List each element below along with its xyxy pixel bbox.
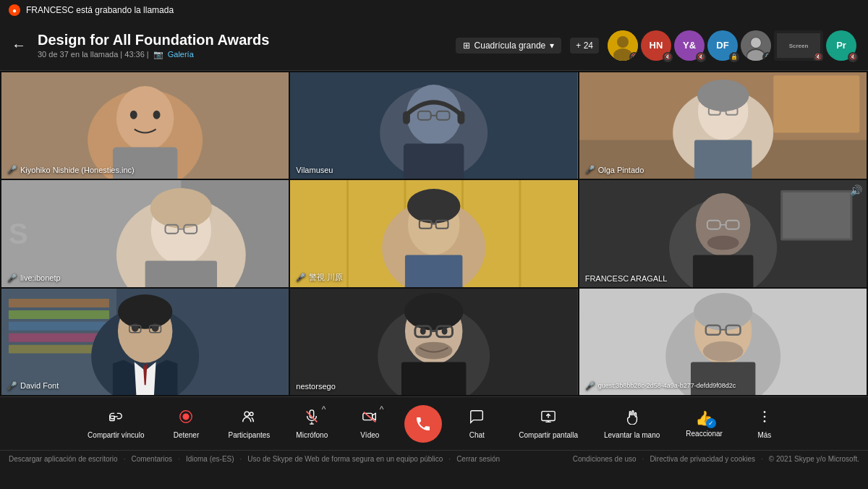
raise-hand-label: Levantar la mano	[604, 431, 660, 439]
avatar-first[interactable]: 🔇	[608, 30, 638, 61]
recording-bar: ● FRANCESC está grabando la llamada	[0, 0, 868, 20]
video-cell-9[interactable]: 🎤 guest:3b8bb28c-2d58-4a9a-b277-defdd9f0…	[579, 289, 867, 395]
back-button[interactable]: ←	[12, 37, 26, 54]
svg-rect-75	[9, 322, 109, 331]
video-cell-7[interactable]: 🎤 David Font	[1, 289, 289, 395]
toolbar: Compartir vínculo Detener Participantes	[0, 396, 868, 450]
participant-name-1: Kiyohiko Nishide (Honesties.inc)	[20, 166, 135, 174]
svg-rect-63	[783, 192, 850, 239]
svg-point-121	[764, 420, 766, 422]
video-label-4: 🎤 live:ibonetp	[7, 273, 61, 283]
mic-icon-4: 🎤	[7, 273, 17, 283]
meeting-subtitle: 30 de 37 en la llamada | 43:36 | 📷 Galer…	[38, 50, 456, 59]
share-screen-button[interactable]: Compartir pantalla	[506, 403, 591, 445]
video-cell-1[interactable]: 🎤 Kiyohiko Nishide (Honesties.inc)	[1, 72, 289, 179]
more-button[interactable]: Más	[736, 403, 793, 445]
participants-row: 🔇 HN 🔇 Y& 🔇 DF 🔒 🔒	[608, 30, 856, 61]
share-screen-icon	[540, 409, 556, 428]
video-cell-4[interactable]: 🎤 live:ibonetp	[1, 180, 289, 286]
meeting-info: 30 de 37 en la llamada | 43:36 |	[38, 50, 149, 59]
mic-label: Micrófono	[296, 431, 328, 439]
end-call-button[interactable]	[404, 405, 442, 443]
mic-icon-3: 🎤	[585, 165, 595, 174]
svg-rect-55	[405, 255, 462, 287]
svg-point-14	[116, 86, 174, 150]
video-cell-8[interactable]: nestorsego	[290, 289, 577, 395]
footer-comments[interactable]: Comentarios	[131, 455, 172, 463]
svg-point-95	[415, 341, 453, 359]
video-label-6: FRANCESC ARAGALL	[585, 274, 668, 283]
avatar-hn[interactable]: HN 🔇	[641, 30, 671, 61]
footer-terms[interactable]: Condiciones de uso	[573, 455, 637, 463]
corner-icon-6: 🔊	[850, 184, 862, 196]
share-link-button[interactable]: Compartir vínculo	[75, 403, 157, 445]
avatar-initials-df: DF	[716, 40, 728, 51]
view-selector[interactable]: ⊞ Cuadrícula grande ▾	[456, 38, 562, 54]
svg-point-109	[183, 413, 190, 420]
svg-point-105	[703, 341, 744, 361]
footer-security: Uso de Skype de Web de forma segura en u…	[247, 455, 443, 463]
stop-label: Detener	[174, 431, 200, 439]
svg-point-1	[617, 36, 629, 48]
grid-icon: ⊞	[463, 41, 470, 51]
svg-point-16	[130, 111, 137, 119]
video-label-8: nestorsego	[296, 382, 335, 391]
chat-button[interactable]: Chat	[448, 403, 506, 445]
more-label: Más	[757, 431, 771, 439]
footer-download[interactable]: Descargar aplicación de escritorio	[9, 455, 118, 463]
footer-language[interactable]: Idioma (es-ES)	[186, 455, 234, 463]
view-selector-label: Cuadrícula grande	[475, 41, 546, 51]
react-button[interactable]: 👍 ✓ Reaccionar	[673, 404, 736, 443]
svg-point-119	[764, 411, 766, 413]
mute-badge-p1: 🔒	[762, 52, 771, 61]
svg-text:Screen: Screen	[789, 43, 809, 49]
recording-text: FRANCESC está grabando la llamada	[26, 5, 174, 15]
react-label: Reaccionar	[686, 430, 723, 438]
video-cell-6[interactable]: FRANCESC ARAGALL 🔊	[579, 180, 867, 286]
video-cell-2[interactable]: Vilamuseu	[290, 72, 577, 179]
video-cell-5[interactable]: 🎤 警視 川原	[290, 180, 577, 286]
camera-icon: 📷	[153, 50, 163, 59]
svg-point-110	[244, 412, 249, 416]
mic-icon-1: 🎤	[7, 165, 17, 174]
header: ← Design for All Foundation Awards 30 de…	[0, 20, 868, 71]
meeting-title: Design for All Foundation Awards	[38, 32, 456, 48]
mute-badge-hn: 🔇	[663, 52, 673, 62]
raise-hand-button[interactable]: Levantar la mano	[591, 403, 673, 445]
participants-button[interactable]: Participantes	[215, 403, 283, 445]
svg-rect-32	[694, 140, 752, 179]
avatar-df[interactable]: DF 🔒	[707, 30, 738, 61]
svg-rect-73	[9, 299, 109, 307]
raise-hand-icon	[624, 409, 640, 428]
video-button[interactable]: ^ Vídeo	[341, 403, 399, 445]
video-chevron: ^	[380, 404, 384, 414]
svg-rect-74	[9, 310, 109, 319]
avatar-ya[interactable]: Y& 🔇	[674, 30, 705, 61]
svg-point-93	[420, 327, 426, 334]
chevron-down-icon: ▾	[550, 41, 554, 51]
plus-count[interactable]: + 24	[570, 38, 599, 54]
svg-point-101	[694, 293, 752, 331]
chat-icon	[469, 409, 485, 428]
mute-badge: 🔇	[629, 52, 638, 61]
share-screen-label: Compartir pantalla	[519, 431, 578, 439]
recording-dot: ●	[9, 4, 20, 16]
footer-privacy[interactable]: Directiva de privacidad y cookies	[650, 455, 755, 463]
participant-name-7: David Font	[20, 381, 59, 390]
participant-name-9: guest:3b8bb28c-2d58-4a9a-b277-defdd9f08d…	[598, 382, 736, 389]
footer-signout[interactable]: Cerrar sesión	[456, 455, 500, 463]
video-grid: S 🎤 Kiyohiko Nishide (Honesties.inc)	[0, 71, 868, 396]
avatar-screen[interactable]: Screen 🔇	[774, 30, 823, 61]
video-label-7: 🎤 David Font	[7, 381, 59, 391]
svg-point-17	[153, 111, 161, 119]
stop-button[interactable]: Detener	[157, 403, 215, 445]
mic-button[interactable]: ^ Micrófono	[283, 403, 341, 445]
avatar-pr[interactable]: Pr 🔇	[826, 30, 856, 61]
video-cell-3[interactable]: 🎤 Olga Pintado	[579, 72, 867, 179]
gallery-label[interactable]: Galería	[168, 50, 194, 59]
svg-point-94	[442, 327, 448, 334]
avatar-photo1[interactable]: 🔒	[741, 30, 771, 61]
avatar-initials-pr: Pr	[836, 40, 846, 51]
react-badge: ✓	[706, 418, 716, 428]
participants-icon	[241, 409, 257, 428]
